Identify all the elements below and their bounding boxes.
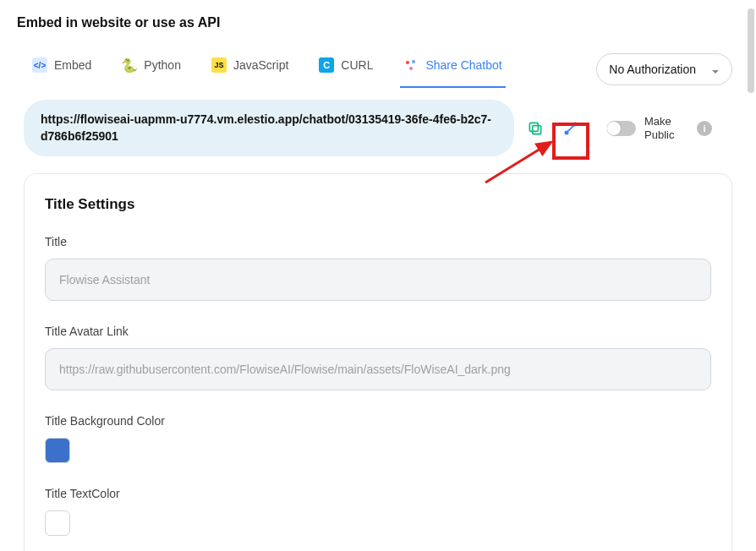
- svg-rect-3: [533, 125, 541, 134]
- share-url[interactable]: https://flowiseai-uapmm-u7774.vm.elestio…: [24, 100, 514, 156]
- tab-label: JavaScript: [233, 58, 288, 72]
- svg-line-7: [567, 124, 574, 131]
- tab-label: Python: [144, 58, 181, 72]
- title-bg-color-label: Title Background Color: [45, 414, 711, 428]
- info-icon[interactable]: i: [697, 121, 712, 136]
- tab-label: CURL: [341, 58, 373, 72]
- tab-python[interactable]: 🐍 Python: [118, 51, 184, 88]
- tab-label: Share Chatbot: [425, 58, 501, 72]
- authorization-label: No Authorization: [609, 63, 696, 76]
- chevron-down-icon: [711, 65, 720, 74]
- share-url-row: https://flowiseai-uapmm-u7774.vm.elestio…: [0, 88, 756, 161]
- title-avatar-input[interactable]: [45, 348, 711, 390]
- make-public-group: Make Public i: [607, 115, 712, 141]
- svg-rect-4: [529, 123, 538, 131]
- python-icon: 🐍: [122, 57, 137, 73]
- copy-url-button[interactable]: [521, 114, 550, 143]
- tab-share-chatbot[interactable]: Share Chatbot: [400, 51, 505, 88]
- tab-embed[interactable]: </> Embed: [29, 51, 95, 88]
- embed-icon: </>: [32, 57, 47, 73]
- title-input[interactable]: [45, 259, 711, 301]
- tab-curl[interactable]: C CURL: [315, 51, 376, 88]
- page-title: Embed in website or use as API: [0, 0, 756, 39]
- share-icon: [403, 57, 419, 73]
- title-bg-color-swatch[interactable]: [45, 438, 70, 463]
- authorization-select-wrap: No Authorization: [596, 53, 732, 85]
- authorization-select[interactable]: No Authorization: [596, 53, 732, 85]
- title-text-color-label: Title TextColor: [45, 487, 711, 500]
- svg-point-0: [406, 61, 409, 64]
- scrollbar-thumb[interactable]: [748, 8, 754, 93]
- toggle-knob: [607, 122, 621, 135]
- title-label: Title: [45, 235, 711, 248]
- title-text-color-swatch[interactable]: [45, 510, 70, 536]
- tab-javascript[interactable]: JS JavaScript: [208, 51, 292, 88]
- svg-point-1: [412, 60, 415, 63]
- make-public-toggle[interactable]: [607, 121, 636, 136]
- make-public-label: Make Public: [644, 115, 685, 141]
- tab-label: Embed: [54, 58, 91, 72]
- title-avatar-label: Title Avatar Link: [45, 325, 711, 338]
- title-settings-card: Title Settings Title Title Avatar Link T…: [24, 173, 732, 551]
- vertical-scrollbar[interactable]: [748, 8, 754, 414]
- settings-heading: Title Settings: [45, 196, 711, 213]
- svg-point-2: [409, 67, 413, 70]
- open-url-button[interactable]: [556, 114, 585, 143]
- javascript-icon: JS: [211, 57, 227, 73]
- curl-icon: C: [319, 57, 334, 73]
- tabs: </> Embed 🐍 Python JS JavaScript C CURL …: [0, 39, 756, 88]
